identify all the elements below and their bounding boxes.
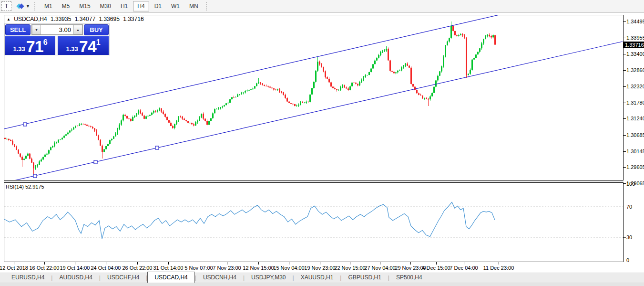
price-tick-mark <box>624 118 626 119</box>
time-axis[interactable]: 12 Oct 201816 Oct 22:0019 Oct 14:0024 Oc… <box>0 262 644 273</box>
time-tick-mark <box>350 262 350 265</box>
price-tick-label: 1.29605 <box>626 164 644 170</box>
ohlc-open: 1.33935 <box>51 16 71 22</box>
chart-tab-gbpusd-h1[interactable]: GBPUSD,H1 <box>341 273 388 283</box>
chart-title: ▲ USDCAD,H4 1.33935 1.34077 1.33695 1.33… <box>7 16 146 22</box>
rsi-tick-label: 30 <box>626 234 632 240</box>
time-tick-label: 12 Oct 2018 <box>0 265 28 271</box>
price-tick-label: 1.33400 <box>626 51 644 57</box>
timeframe-button-m1[interactable]: M1 <box>40 1 57 11</box>
price-tick-mark <box>624 21 626 22</box>
price-tick-mark <box>624 167 626 168</box>
price-tick-label: 1.32860 <box>626 67 644 73</box>
ohlc-low: 1.33695 <box>99 16 119 22</box>
rsi-tick-label: 70 <box>626 204 632 210</box>
time-tick-mark <box>106 262 106 265</box>
chart-tab-xauusd-h1[interactable]: XAUUSD,H1 <box>294 273 340 283</box>
time-tick-label: 19 Nov 23:00 <box>304 265 335 271</box>
time-tick-label: 11 Dec 23:00 <box>483 265 514 271</box>
time-tick-label: 5 Nov 07:00 <box>184 265 213 271</box>
time-tick-label: 7 Nov 23:00 <box>213 265 241 271</box>
time-tick-label: 19 Oct 14:00 <box>60 265 90 271</box>
timeframe-button-m15[interactable]: M15 <box>75 1 94 11</box>
price-tick-label: 1.32320 <box>626 84 644 89</box>
arrows-tool-button[interactable]: ▼ <box>16 3 31 10</box>
price-tick-mark <box>624 86 626 87</box>
time-tick-label: 31 Oct 14:00 <box>153 265 184 271</box>
time-tick-mark <box>44 262 45 265</box>
one-click-trading-panel: SELL ▼ 3.00 ▲ BUY 1.33 71 6 1.33 74 1 <box>4 23 110 55</box>
chart-tab-usdjpy-m30[interactable]: USDJPY,M30 <box>245 273 292 283</box>
time-tick-mark <box>75 262 75 265</box>
time-tick-mark <box>227 262 227 265</box>
volume-increase-button[interactable]: ▲ <box>73 25 82 34</box>
time-tick-mark <box>14 262 14 265</box>
time-tick-label: 22 Nov 15:00 <box>334 265 365 271</box>
toolbar: T ▼ M1M5M15M30H1H4D1W1MN <box>0 0 644 12</box>
time-tick-mark <box>464 262 464 265</box>
toolbar-grip <box>34 2 37 11</box>
volume-value[interactable]: 3.00 <box>41 25 73 34</box>
buy-price-pips: 74 <box>79 39 96 54</box>
price-tick-label: 1.30685 <box>626 132 644 138</box>
rsi-indicator-label: RSI(14) 52.9175 <box>6 184 44 190</box>
sell-quote[interactable]: 1.33 71 6 <box>5 36 55 55</box>
chart-tab-usdcad-h4[interactable]: USDCAD,H4 <box>147 272 194 283</box>
time-tick-mark <box>499 262 499 265</box>
price-tick-mark <box>624 54 626 54</box>
text-tool-button[interactable]: T <box>1 1 11 11</box>
rsi-tick-mark <box>624 237 626 238</box>
time-tick-label: 15 Nov 04:00 <box>273 265 304 271</box>
chart-tab-eurusd-h4[interactable]: EURUSD,H4 <box>5 273 51 283</box>
time-tick-label: 27 Nov 04:00 <box>364 265 395 271</box>
timeframe-button-m5[interactable]: M5 <box>58 1 74 11</box>
time-tick-label: 16 Oct 22:00 <box>30 265 60 271</box>
price-tick-mark <box>624 183 626 184</box>
mt4-window: T ▼ M1M5M15M30H1H4D1W1MN ▲ USDCAD,H4 1.3… <box>0 0 644 286</box>
time-tick-mark <box>320 262 320 265</box>
time-tick-label: 4 Dec 15:00 <box>422 265 450 271</box>
rsi-tick-mark <box>624 207 626 207</box>
ohlc-close: 1.33716 <box>123 16 143 22</box>
time-tick-mark <box>380 262 380 265</box>
price-tick-label: 1.33955 <box>626 35 644 41</box>
timeframe-button-d1[interactable]: D1 <box>150 1 166 11</box>
statusbar <box>0 283 644 286</box>
price-tick-mark <box>624 135 626 136</box>
time-tick-mark <box>137 262 138 265</box>
price-tick-mark <box>624 151 626 152</box>
rsi-chart-area[interactable] <box>4 182 624 262</box>
time-tick-mark <box>289 262 289 265</box>
sell-price-pips: 71 <box>26 39 43 54</box>
price-tick-label: 1.31240 <box>626 116 644 121</box>
time-tick-label: 24 Oct 04:00 <box>91 265 121 271</box>
timeframe-button-m30[interactable]: M30 <box>96 1 115 11</box>
chart-window: ▲ USDCAD,H4 1.33935 1.34077 1.33695 1.33… <box>0 13 644 273</box>
chart-symbol: USDCAD,H4 <box>14 16 47 22</box>
buy-quote[interactable]: 1.33 74 1 <box>58 36 109 55</box>
time-tick-mark <box>168 262 169 265</box>
sell-price-prefix: 1.33 <box>13 44 25 54</box>
volume-decrease-button[interactable]: ▼ <box>32 25 41 34</box>
chart-tab-sp500-h4[interactable]: SP500,H4 <box>389 273 429 283</box>
timeframe-button-h4[interactable]: H4 <box>133 1 149 11</box>
ohlc-high: 1.34077 <box>75 16 95 22</box>
sell-button[interactable]: SELL <box>5 24 31 35</box>
chart-tab-usdchf-h4[interactable]: USDCHF,H4 <box>101 273 146 283</box>
chart-tab-usdcnh-h4[interactable]: USDCNH,H4 <box>196 273 243 283</box>
time-tick-mark <box>258 262 259 265</box>
price-tick-label: 1.31780 <box>626 100 644 106</box>
chart-tab-audusd-h4[interactable]: AUDUSD,H4 <box>52 273 99 283</box>
current-price-tag: 1.33716 <box>624 42 644 48</box>
timeframe-button-h1[interactable]: H1 <box>116 1 132 11</box>
timeframe-button-mn[interactable]: MN <box>185 1 203 11</box>
chevron-down-icon: ▼ <box>26 4 30 9</box>
buy-price-prefix: 1.33 <box>66 44 78 54</box>
toolbar-grip <box>206 2 208 11</box>
price-axis[interactable]: 1.344951.339551.334001.328601.323201.317… <box>624 13 644 273</box>
timeframe-button-w1[interactable]: W1 <box>167 1 184 11</box>
timeframe-toolbar: M1M5M15M30H1H4D1W1MN <box>40 0 203 12</box>
time-tick-mark <box>410 262 411 265</box>
buy-button[interactable]: BUY <box>84 24 109 35</box>
sell-price-point: 6 <box>43 35 48 50</box>
